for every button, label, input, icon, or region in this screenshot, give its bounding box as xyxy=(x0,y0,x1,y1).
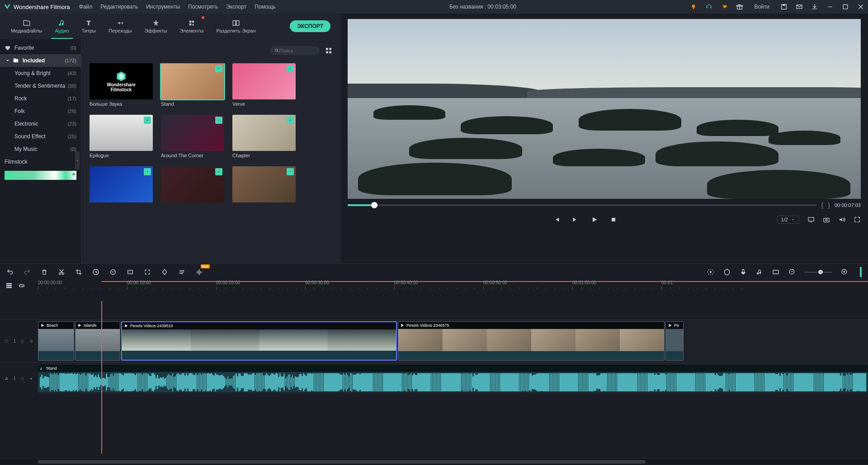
audio-enhance-button[interactable]: Beta xyxy=(195,268,203,277)
snapshot-icon[interactable] xyxy=(823,216,830,223)
zoom-in-icon[interactable] xyxy=(841,268,848,276)
media-card-9[interactable] xyxy=(232,166,296,202)
lock-icon[interactable] xyxy=(20,376,24,381)
minimize-icon[interactable] xyxy=(826,3,834,10)
menu-edit[interactable]: Редактировать xyxy=(100,4,138,10)
audio-mix-icon[interactable] xyxy=(756,268,763,276)
marker-icon[interactable] xyxy=(723,268,731,276)
sidebar-item-electronic[interactable]: Electronic(23) xyxy=(0,117,81,130)
sidebar-item-tender[interactable]: Tender & Sentimenta(38) xyxy=(0,80,81,92)
close-icon[interactable] xyxy=(857,3,864,10)
fullscreen-icon[interactable] xyxy=(854,216,861,223)
media-card-verve[interactable]: Verve xyxy=(232,63,296,107)
media-card-corner[interactable]: Around The Corner xyxy=(161,115,224,158)
volume-icon[interactable] xyxy=(838,216,845,223)
search-input[interactable] xyxy=(270,46,320,55)
audio-clip-stand[interactable]: Stand xyxy=(38,365,868,392)
crop-icon[interactable] xyxy=(75,268,82,276)
menu-help[interactable]: Помощь xyxy=(255,4,275,10)
maximize-icon[interactable] xyxy=(842,3,849,10)
clip-pexels-2[interactable]: Pexels Videos 2046575 xyxy=(398,321,665,361)
sidebar-item-sfx[interactable]: Sound Effect(25) xyxy=(0,130,81,143)
clip-beach[interactable]: Beach xyxy=(38,321,74,361)
zoom-slider[interactable] xyxy=(805,272,832,273)
clip-pexels-1[interactable]: Pexels Videos 2439510 xyxy=(121,321,397,361)
media-card-stand[interactable]: Stand xyxy=(161,63,224,107)
mail-icon[interactable] xyxy=(796,3,803,10)
download-icon[interactable] xyxy=(811,3,818,10)
download-icon[interactable] xyxy=(287,117,294,124)
tab-splitscreen[interactable]: Разделить Экран xyxy=(210,14,262,39)
video-track-body[interactable]: Beach Islands Pexels Videos 2439510 xyxy=(38,319,868,362)
playhead[interactable] xyxy=(101,301,102,454)
lock-icon[interactable] xyxy=(20,338,24,344)
clip-islands[interactable]: Islands xyxy=(75,321,120,361)
sidebar-collapse[interactable] xyxy=(75,151,80,169)
ruler-scale[interactable]: 00:00:00:0000:00:10:0000:00:20:0000:00:3… xyxy=(38,280,868,301)
cart-icon[interactable] xyxy=(721,3,728,10)
play-icon[interactable] xyxy=(591,216,598,223)
media-card-epilogue[interactable]: Epilogue xyxy=(90,115,153,158)
download-icon[interactable] xyxy=(215,168,222,175)
speaker-icon[interactable] xyxy=(29,376,33,381)
download-icon[interactable] xyxy=(215,65,222,72)
tab-elements[interactable]: Элементы xyxy=(174,14,210,39)
tab-audio[interactable]: Аудио xyxy=(48,14,75,39)
download-icon[interactable] xyxy=(144,117,151,124)
cinema-icon[interactable] xyxy=(772,268,779,276)
undo-icon[interactable] xyxy=(6,268,14,276)
scrollbar-thumb[interactable] xyxy=(38,460,646,464)
eye-icon[interactable] xyxy=(29,338,33,344)
sidebar-filmstock[interactable]: Filmstock xyxy=(0,155,81,168)
download-icon[interactable] xyxy=(144,168,151,175)
timeline-scrollbar[interactable] xyxy=(0,459,868,465)
download-icon[interactable] xyxy=(215,117,222,124)
display-icon[interactable] xyxy=(807,216,815,223)
cut-icon[interactable] xyxy=(58,268,65,276)
progress-track[interactable] xyxy=(348,204,817,206)
sidebar-item-folk[interactable]: Folk(26) xyxy=(0,105,81,117)
prev-frame-icon[interactable] xyxy=(553,216,560,223)
next-frame-icon[interactable] xyxy=(572,216,579,223)
keyframe-icon[interactable] xyxy=(161,268,168,276)
media-card-8[interactable] xyxy=(161,166,224,202)
gift-icon[interactable] xyxy=(736,3,743,10)
delete-icon[interactable] xyxy=(41,268,48,276)
sidebar-item-young[interactable]: Young & Bright(43) xyxy=(0,67,81,80)
timeline-options-icon[interactable] xyxy=(860,267,862,277)
sidebar-filmstock-thumb[interactable] xyxy=(5,171,76,180)
download-icon[interactable] xyxy=(287,65,294,72)
redo-icon[interactable] xyxy=(24,268,31,276)
menu-tools[interactable]: Инструменты xyxy=(146,4,180,10)
menu-file[interactable]: Файл xyxy=(79,4,93,10)
sidebar-item-rock[interactable]: Rock(17) xyxy=(0,92,81,105)
export-button[interactable]: ЭКСПОРТ xyxy=(290,20,330,32)
menu-export[interactable]: Экспорт xyxy=(226,4,246,10)
clip-last[interactable]: Pe xyxy=(665,321,684,361)
sidebar-item-mymusic[interactable]: My Music(0) xyxy=(0,143,81,155)
login-button[interactable]: Войти xyxy=(754,4,769,10)
headset-icon[interactable] xyxy=(705,3,712,10)
save-icon[interactable] xyxy=(780,3,788,10)
audio-track-body[interactable]: Stand xyxy=(38,363,868,394)
menu-view[interactable]: Посмотреть xyxy=(188,4,218,10)
media-card-filmstock[interactable]: Wondershare Filmstock Больше Звука xyxy=(90,63,153,107)
mark-in-icon[interactable]: { xyxy=(821,202,824,209)
zoom-out-icon[interactable] xyxy=(788,268,796,276)
stop-icon[interactable] xyxy=(610,216,617,223)
media-card-7[interactable] xyxy=(90,166,153,202)
sidebar-favorite[interactable]: Favorite (0) xyxy=(0,42,81,54)
search-field[interactable] xyxy=(279,48,315,53)
preview-canvas[interactable] xyxy=(348,19,861,199)
preview-ratio-select[interactable]: 1/2 xyxy=(777,216,799,224)
speed-icon[interactable] xyxy=(92,268,99,276)
fit-icon[interactable] xyxy=(144,268,151,276)
adjust-icon[interactable] xyxy=(178,268,185,276)
lightbulb-icon[interactable] xyxy=(690,3,697,10)
mark-out-icon[interactable]: } xyxy=(828,202,830,209)
voiceover-icon[interactable] xyxy=(740,268,747,276)
tab-titles[interactable]: Титры xyxy=(75,14,102,39)
download-icon[interactable] xyxy=(287,168,294,175)
grid-view-icon[interactable] xyxy=(325,47,332,54)
media-card-chapter[interactable]: Chapter xyxy=(232,115,296,158)
